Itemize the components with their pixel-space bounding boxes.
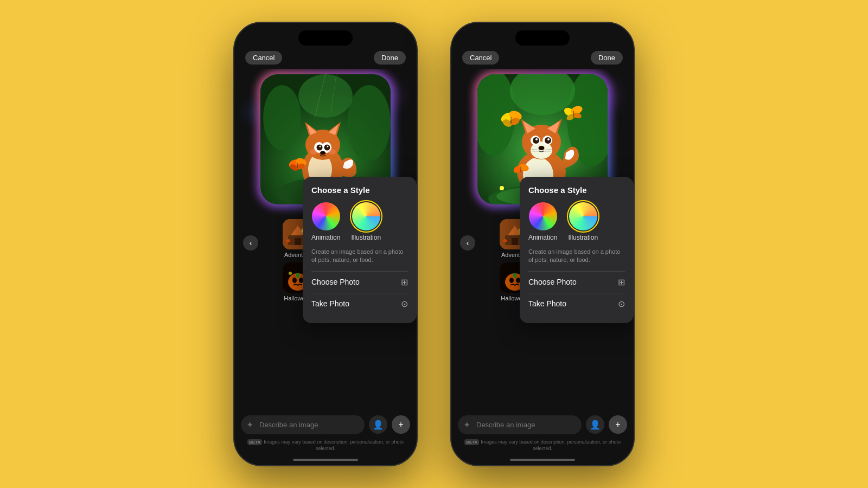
phone-content-right: ‹ Adventure — [451, 69, 634, 410]
choose-photo-right[interactable]: Choose Photo ⊞ — [528, 271, 625, 293]
svg-point-2 — [347, 85, 391, 161]
nav-arrow-left[interactable]: ‹ — [243, 235, 258, 251]
style-options-left: Animation Illustration — [311, 202, 408, 241]
svg-point-124 — [509, 278, 514, 283]
phone-header-left: Cancel Done — [234, 23, 417, 69]
phone-left: Cancel Done — [233, 22, 418, 466]
take-photo-label-left: Take Photo — [311, 299, 349, 308]
cancel-button-left[interactable]: Cancel — [245, 51, 282, 65]
take-photo-right[interactable]: Take Photo ⊙ — [528, 293, 625, 314]
svg-rect-123 — [513, 273, 516, 278]
illustration-option-right[interactable]: Illustration — [568, 202, 598, 241]
style-description-right: Create an image based on a photo of pets… — [528, 248, 625, 265]
home-indicator-left — [293, 459, 358, 461]
describe-input-right[interactable] — [458, 415, 582, 434]
svg-point-16 — [320, 146, 321, 147]
done-button-right[interactable]: Done — [591, 51, 623, 65]
dynamic-island-right — [515, 30, 570, 46]
nav-arrow-right[interactable]: ‹ — [460, 235, 475, 251]
svg-point-81 — [547, 138, 550, 140]
svg-point-57 — [289, 272, 292, 275]
input-wrapper-left: ✦ — [241, 415, 365, 434]
style-popup-title-left: Choose a Style — [311, 185, 408, 195]
illustration-label-right: Illustration — [568, 234, 598, 241]
style-popup-title-right: Choose a Style — [528, 185, 625, 195]
beta-badge-left: BETA — [247, 439, 262, 445]
svg-point-18 — [320, 151, 326, 155]
svg-point-78 — [533, 137, 539, 144]
svg-point-80 — [535, 138, 538, 140]
animation-label-left: Animation — [311, 234, 340, 241]
person-button-right[interactable]: 👤 — [586, 415, 604, 434]
svg-rect-52 — [296, 273, 299, 278]
choose-photo-label-left: Choose Photo — [311, 278, 360, 286]
animation-label-right: Animation — [528, 234, 557, 241]
svg-point-15 — [324, 145, 330, 151]
beta-badge-right: BETA — [464, 439, 479, 445]
done-button-left[interactable]: Done — [374, 51, 406, 65]
phone-right: Cancel Done — [450, 22, 635, 466]
svg-point-102 — [500, 186, 504, 190]
describe-input-left[interactable] — [241, 415, 365, 434]
animation-option-right[interactable]: Animation — [528, 202, 557, 241]
animation-option-left[interactable]: Animation — [311, 202, 340, 241]
style-popup-left: Choose a Style Animation Illustration Cr… — [303, 177, 417, 323]
animation-circle-left — [312, 202, 340, 230]
svg-rect-108 — [512, 238, 518, 245]
cancel-button-right[interactable]: Cancel — [462, 51, 499, 65]
choose-photo-left[interactable]: Choose Photo ⊞ — [311, 271, 408, 293]
photo-library-icon-right: ⊞ — [618, 277, 625, 287]
camera-icon-right: ⊙ — [618, 299, 625, 309]
phone-content-left: ‹ Adve — [234, 69, 417, 410]
svg-point-1 — [263, 85, 301, 150]
illustration-label-left: Illustration — [351, 234, 381, 241]
illustration-circle-left — [352, 202, 380, 230]
animation-circle-right — [529, 202, 557, 230]
beta-disclaimer-right: BETAImages may vary based on description… — [451, 438, 634, 457]
illustration-circle-right — [569, 202, 597, 230]
svg-point-79 — [545, 137, 551, 144]
svg-point-111 — [503, 239, 507, 242]
input-wrapper-right: ✦ — [458, 415, 582, 434]
choose-photo-label-right: Choose Photo — [528, 278, 577, 286]
person-button-left[interactable]: 👤 — [369, 415, 387, 434]
style-popup-right: Choose a Style Animation Illustration Cr… — [520, 177, 634, 323]
phone-header-right: Cancel Done — [451, 23, 634, 69]
beta-disclaimer-left: BETAImages may vary based on description… — [234, 438, 417, 457]
svg-rect-33 — [295, 238, 301, 245]
style-options-right: Animation Illustration — [528, 202, 625, 241]
svg-point-82 — [539, 146, 545, 150]
svg-point-20 — [328, 149, 336, 155]
dynamic-island-left — [298, 30, 353, 46]
svg-point-37 — [286, 239, 290, 242]
take-photo-label-right: Take Photo — [528, 299, 566, 308]
camera-icon-left: ⊙ — [401, 299, 408, 309]
photo-library-icon-left: ⊞ — [401, 277, 408, 287]
svg-point-17 — [327, 146, 329, 147]
take-photo-left[interactable]: Take Photo ⊙ — [311, 293, 408, 314]
illustration-option-left[interactable]: Illustration — [351, 202, 381, 241]
home-indicator-right — [510, 459, 575, 461]
svg-point-14 — [317, 145, 323, 151]
svg-point-3 — [298, 74, 353, 118]
add-button-right[interactable]: + — [609, 415, 627, 434]
bottom-bar-left: ✦ 👤 + — [234, 410, 417, 438]
bottom-bar-right: ✦ 👤 + — [451, 410, 634, 438]
svg-point-19 — [310, 149, 317, 155]
add-button-left[interactable]: + — [392, 415, 410, 434]
style-description-left: Create an image based on a photo of pets… — [311, 248, 408, 265]
svg-point-55 — [292, 278, 297, 283]
